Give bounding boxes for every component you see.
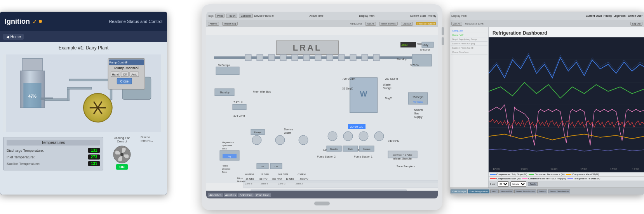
- tablet-screen: Tags Print Touch Console Device Faults: …: [206, 12, 438, 198]
- zone-links-tab[interactable]: Zone Links: [254, 193, 271, 197]
- right-log-out-btn[interactable]: Log Out: [630, 22, 642, 26]
- svg-text:Standby: Standby: [219, 91, 230, 94]
- svg-text:Zone Samplers: Zone Samplers: [397, 165, 415, 168]
- sidebar-comp-inn[interactable]: Comp_Inn: [451, 29, 487, 33]
- chart-canvas: 12:00 13:00 14:00 15:00 16:00 17:00: [489, 37, 644, 172]
- svg-text:-0.80: -0.80: [401, 44, 407, 46]
- aerobics-tab[interactable]: Aerobics: [224, 193, 237, 197]
- svg-text:✕: ✕: [125, 60, 128, 64]
- svg-text:Always: Always: [254, 131, 261, 133]
- screens-container: Ignition ✓ Realtime Status and Control ◀…: [0, 0, 644, 214]
- boilers-tab-bottom[interactable]: Boilers: [537, 189, 547, 193]
- svg-point-94: [299, 135, 308, 145]
- svg-rect-42: [292, 54, 298, 61]
- time-unit-select[interactable]: Minute Hour: [510, 181, 526, 187]
- left-content-title: Example #1: Dairy Plant: [3, 45, 164, 51]
- sidebar-comp-vw[interactable]: Comp_VW: [451, 33, 487, 37]
- svg-text:16:00: 16:00: [610, 167, 617, 171]
- svg-rect-45: [327, 54, 333, 61]
- mro-tab-bottom[interactable]: MRO: [490, 189, 499, 193]
- tags-label: Tags: [208, 14, 214, 17]
- svg-text:50 SCFM: 50 SCFM: [420, 49, 430, 51]
- amenities-tab[interactable]: Amenities: [208, 193, 223, 197]
- svg-text:13:00: 13:00: [520, 167, 527, 171]
- reset-shrinks-btn[interactable]: Reset Shrinks: [379, 22, 397, 26]
- report-btn[interactable]: Report Bug: [222, 22, 238, 26]
- process-hmis-tab[interactable]: Process HMIs: 0: [416, 22, 436, 25]
- legend-comp-main-kw: Compressor Main kW (%): [566, 173, 599, 175]
- print-btn[interactable]: Print: [215, 14, 225, 18]
- svg-text:17:00: 17:00: [632, 167, 639, 171]
- left-header: Ignition ✓ Realtime Status and Control: [0, 12, 167, 31]
- left-nav: ◀ Home: [0, 31, 167, 42]
- svg-text:Waste: Waste: [383, 83, 391, 86]
- scada-main: LRAL To Pumps: [206, 27, 438, 191]
- power-dist-tab-bottom[interactable]: Power Distribution: [514, 189, 536, 193]
- svg-text:20.60 L/L: 20.60 L/L: [350, 125, 363, 128]
- svg-text:Sludge: Sludge: [383, 87, 392, 90]
- nav-back-button[interactable]: ◀ Home: [3, 34, 24, 40]
- svg-text:Hand: Hand: [112, 73, 119, 76]
- discharge-temp-value: 131: [88, 148, 100, 153]
- inlet-text: Inlet Pr...: [141, 139, 164, 142]
- svg-text:Standby: Standby: [397, 58, 407, 61]
- log-out-btn[interactable]: Log Out: [401, 22, 413, 26]
- sidebar-comp-stop-num[interactable]: Comp Stop Num: [451, 50, 487, 54]
- svg-rect-38: [245, 54, 251, 61]
- console-btn[interactable]: Console: [239, 14, 253, 18]
- refrigeration-tab-bottom[interactable]: Gas Refrigeration: [468, 189, 489, 193]
- svg-point-107: [343, 132, 353, 141]
- svg-rect-44: [315, 54, 321, 61]
- svg-rect-6: [45, 99, 69, 101]
- svg-text:-75 NTU: -75 NTU: [245, 178, 254, 180]
- svg-text:Off: Off: [275, 165, 278, 168]
- temperatures-title: Temperatures: [7, 140, 100, 146]
- svg-text:40 %DO: 40 %DO: [413, 100, 423, 103]
- svg-text:Ferric: Ferric: [222, 165, 228, 167]
- device-faults-label: Device Faults: 0: [254, 14, 274, 17]
- tablet-side-btn-1[interactable]: [442, 27, 444, 35]
- svg-text:287 SCFM: 287 SCFM: [385, 77, 398, 80]
- sidebar-boyal-supply[interactable]: Boyal Supply Avg Temp: [451, 37, 487, 42]
- svg-rect-1: [22, 59, 43, 71]
- discharge-text: Discha...: [141, 135, 164, 139]
- right-switch-user-label: Switch User: [628, 14, 642, 17]
- waste-wtr-tab-bottom[interactable]: Waste/Wtr: [500, 189, 513, 193]
- svg-text:W: W: [360, 89, 367, 98]
- steam-dist-tab-bottom[interactable]: Steam Distribution: [548, 189, 570, 193]
- fan-on-button[interactable]: ON: [116, 164, 128, 170]
- sidebar-suction-press-cc[interactable]: Suction Press CC Hl: [451, 46, 487, 50]
- svg-text:Pump Control: Pump Control: [109, 61, 127, 64]
- right-display-path-label: Display Path: [451, 14, 466, 17]
- svg-text:Supply: Supply: [414, 116, 423, 119]
- tablet-side-buttons: [442, 27, 444, 45]
- alarms-btn[interactable]: Alarms: [208, 22, 219, 26]
- apply-btn[interactable]: Apply: [528, 182, 538, 186]
- selections-tab[interactable]: Selections: [238, 193, 254, 197]
- touch-btn[interactable]: Touch: [226, 14, 237, 18]
- right-ask-all-btn[interactable]: Ask All: [451, 22, 462, 26]
- svg-text:Gas: Gas: [414, 112, 419, 115]
- tablet-home-button[interactable]: [314, 202, 330, 205]
- svg-text:Water: Water: [284, 132, 291, 134]
- right-date-label: 01/12/2016 10:45: [465, 23, 484, 25]
- time-range-select[interactable]: 20 30: [498, 181, 509, 187]
- cold-storage-tab[interactable]: Cold Storage: [451, 189, 467, 193]
- svg-rect-40: [268, 54, 275, 61]
- svg-text:Magnesium: Magnesium: [222, 141, 234, 144]
- right-sidebar: Comp_Inn Comp_VW Boyal Supply Avg Temp S…: [450, 27, 489, 188]
- cooling-fan-label: Cooling FanControl: [113, 136, 130, 143]
- svg-point-106: [328, 132, 337, 141]
- svg-point-92: [252, 135, 261, 145]
- scada-info-bar: Alarms Report Bug 01/12/2016 Ask All Res…: [206, 20, 438, 27]
- tablet-side-btn-2[interactable]: [442, 37, 444, 45]
- svg-point-93: [275, 135, 285, 145]
- ignition-checkmark-icon: ✓: [32, 18, 37, 25]
- svg-text:Micro: Micro: [237, 177, 243, 179]
- fan-icon: [112, 145, 132, 164]
- right-screen-inner: Display Path Current State Priority Lege…: [450, 12, 644, 195]
- ask-all-btn[interactable]: Ask All: [365, 22, 376, 26]
- svg-text:-69 NTU: -69 NTU: [259, 178, 268, 180]
- sidebar-suction-press-gp[interactable]: Suction Press GP pkg: [451, 42, 487, 46]
- right-toolbar: Display Path Current State Priority Lege…: [450, 12, 644, 20]
